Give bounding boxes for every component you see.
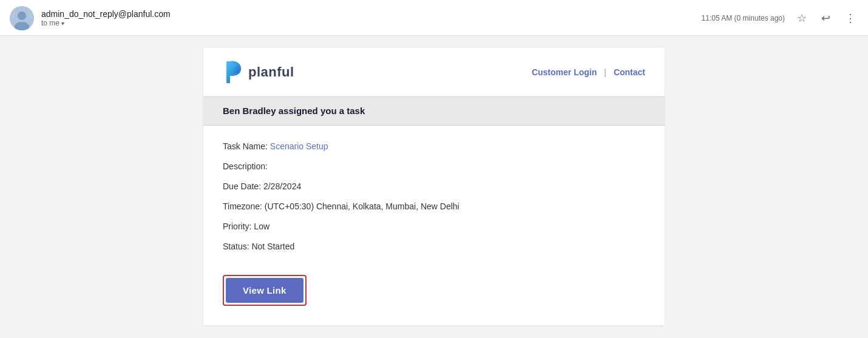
task-name-label: Task Name: [223, 141, 270, 151]
planful-logo-icon [223, 60, 243, 84]
sender-text: admin_do_not_reply@planful.com to me ▾ [41, 9, 171, 27]
priority-label: Priority: [223, 221, 254, 231]
recipient-label[interactable]: to me ▾ [41, 19, 171, 27]
view-link-button[interactable]: View Link [226, 278, 303, 303]
avatar [10, 6, 34, 30]
more-icon[interactable]: ⋮ [843, 9, 858, 27]
chevron-down-icon: ▾ [61, 20, 64, 27]
priority-row: Priority: Low [223, 220, 645, 233]
star-icon[interactable]: ☆ [795, 9, 809, 27]
sender-email: admin_do_not_reply@planful.com [41, 9, 171, 19]
email-card: planful Customer Login | Contact Ben Bra… [203, 48, 665, 325]
status-value: Not Started [251, 242, 294, 251]
task-name-value[interactable]: Scenario Setup [270, 141, 328, 151]
notification-banner: Ben Bradley assigned you a task [203, 96, 665, 126]
reply-icon[interactable]: ↩ [819, 9, 833, 27]
email-header: admin_do_not_reply@planful.com to me ▾ 1… [0, 0, 868, 36]
sender-info: admin_do_not_reply@planful.com to me ▾ [10, 6, 171, 30]
notification-text: Ben Bradley assigned you a task [223, 106, 365, 116]
description-label: Description: [223, 161, 268, 171]
task-name-row: Task Name: Scenario Setup [223, 140, 645, 153]
due-date-value: 2/28/2024 [263, 181, 301, 191]
status-row: Status: Not Started [223, 240, 645, 253]
priority-value: Low [254, 221, 270, 231]
planful-header: planful Customer Login | Contact [203, 48, 665, 96]
description-row: Description: [223, 160, 645, 173]
planful-logo: planful [223, 60, 294, 84]
planful-nav: Customer Login | Contact [532, 67, 645, 77]
contact-link[interactable]: Contact [614, 67, 645, 77]
timestamp: 11:05 AM (0 minutes ago) [702, 14, 785, 22]
timezone-row: Timezone: (UTC+05:30) Chennai, Kolkata, … [223, 200, 645, 213]
customer-login-link[interactable]: Customer Login [532, 67, 597, 77]
status-label: Status: [223, 242, 251, 251]
due-date-row: Due Date: 2/28/2024 [223, 180, 645, 193]
task-details: Task Name: Scenario Setup Description: D… [203, 126, 665, 325]
view-link-wrapper: View Link [223, 275, 307, 306]
email-content: planful Customer Login | Contact Ben Bra… [0, 36, 868, 338]
timezone-label: Timezone: [223, 201, 265, 211]
svg-point-3 [231, 64, 239, 73]
planful-brand-name: planful [248, 64, 294, 80]
nav-divider: | [604, 67, 606, 77]
due-date-label: Due Date: [223, 181, 263, 191]
svg-point-1 [18, 12, 26, 20]
timezone-value: (UTC+05:30) Chennai, Kolkata, Mumbai, Ne… [265, 201, 459, 211]
email-actions: 11:05 AM (0 minutes ago) ☆ ↩ ⋮ [702, 9, 858, 27]
